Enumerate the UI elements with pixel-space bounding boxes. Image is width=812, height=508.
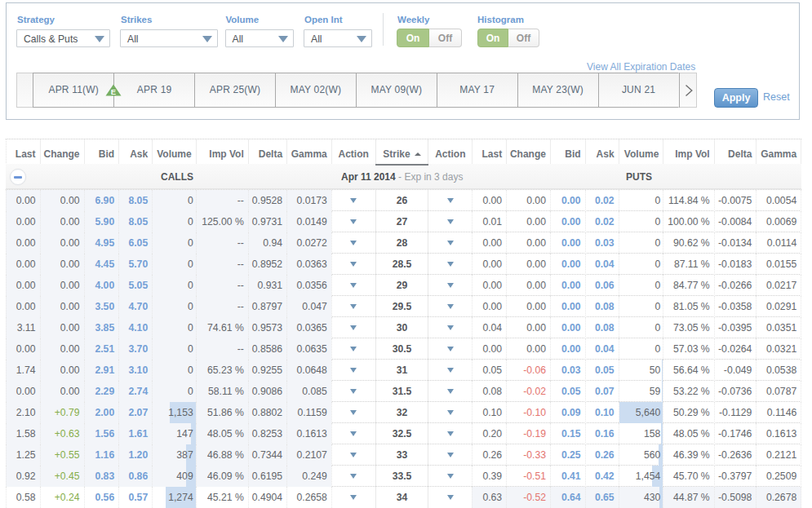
svg-text:E: E xyxy=(111,87,116,96)
